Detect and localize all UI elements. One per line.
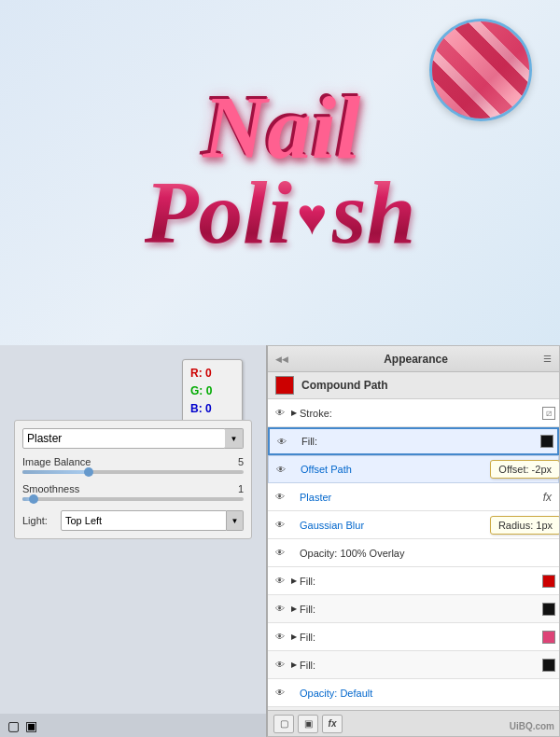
stroke-row[interactable]: 👁 ▶ Stroke: ⧄ xyxy=(268,399,559,427)
panel-header: ◀◀ Appearance ☰ xyxy=(268,346,559,372)
nail-polish-text: Nail Poli ♥ sh xyxy=(145,82,416,264)
fill3-eye-icon[interactable]: 👁 xyxy=(272,629,288,646)
panel-menu-icon[interactable]: ☰ xyxy=(543,354,552,364)
fx-button[interactable]: fx xyxy=(322,715,343,733)
appearance-panel: ◀◀ Appearance ☰ Compound Path 👁 ▶ Stroke… xyxy=(266,345,560,737)
fill1-label: Fill: xyxy=(300,576,539,587)
b-value: 0 xyxy=(205,402,212,415)
plaster-select[interactable]: Plaster xyxy=(22,428,226,449)
rgb-b-row: B: 0 xyxy=(190,400,234,418)
zoom-detail-circle xyxy=(429,19,532,121)
smoothness-thumb[interactable] xyxy=(29,494,38,504)
compound-red-square xyxy=(275,376,294,395)
image-balance-track[interactable] xyxy=(22,470,244,474)
light-label: Light: xyxy=(22,515,55,526)
fill4-row[interactable]: 👁 ▶ Fill: xyxy=(268,651,559,679)
opacity-overlay-label: Opacity: 100% Overlay xyxy=(300,548,555,559)
fill4-label: Fill: xyxy=(300,660,539,671)
fill4-arrow-icon[interactable]: ▶ xyxy=(288,657,300,674)
fill-top-row[interactable]: 👁 Fill: xyxy=(268,427,559,455)
light-select-wrap[interactable]: Top Left ▼ xyxy=(61,510,244,531)
fill2-arrow-icon[interactable]: ▶ xyxy=(288,601,300,618)
polish-text2: sh xyxy=(332,161,416,264)
zoom-inner xyxy=(432,21,529,118)
image-balance-row: Image Balance 5 xyxy=(22,456,244,474)
smoothness-row: Smoothness 1 xyxy=(22,483,244,501)
fx-badge: fx xyxy=(543,491,555,504)
fill1-swatch xyxy=(542,575,555,588)
plaster-dropdown-row[interactable]: Plaster ▼ xyxy=(22,428,244,449)
fill-top-swatch xyxy=(540,435,553,448)
stroke-label: Stroke: xyxy=(300,408,539,419)
duplicate-btn[interactable]: ▣ xyxy=(298,715,318,733)
fill4-eye-icon[interactable]: 👁 xyxy=(272,657,288,674)
light-dropdown-arrow[interactable]: ▼ xyxy=(227,510,244,531)
opacity-default-row[interactable]: 👁 Opacity: Default xyxy=(268,679,559,707)
fill4-swatch xyxy=(542,659,555,672)
fill3-row[interactable]: 👁 ▶ Fill: xyxy=(268,623,559,651)
fill3-label: Fill: xyxy=(300,632,539,643)
fill1-eye-icon[interactable]: 👁 xyxy=(272,573,288,590)
rgb-r-row: R: 0 xyxy=(190,365,234,382)
opacity-default-label: Opacity: Default xyxy=(300,688,555,699)
plaster-dropdown-arrow[interactable]: ▼ xyxy=(225,428,244,449)
fill2-row[interactable]: 👁 ▶ Fill: xyxy=(268,595,559,623)
stroke-eye-icon[interactable]: 👁 xyxy=(272,405,288,422)
fill2-eye-icon[interactable]: 👁 xyxy=(272,601,288,618)
watermark: UiBQ.com xyxy=(510,721,554,731)
heart-symbol: ♥ xyxy=(297,191,328,243)
light-row[interactable]: Light: Top Left ▼ xyxy=(22,510,244,531)
opacity-overlay-row[interactable]: 👁 Opacity: 100% Overlay xyxy=(268,539,559,567)
opacity-default-eye-icon[interactable]: 👁 xyxy=(272,685,288,702)
plaster-effect-label[interactable]: Plaster xyxy=(300,492,543,503)
fill-top-eye-icon[interactable]: 👁 xyxy=(273,433,290,450)
fill1-row[interactable]: 👁 ▶ Fill: xyxy=(268,567,559,595)
plaster-row[interactable]: 👁 Plaster fx xyxy=(268,483,559,511)
stroke-arrow-icon[interactable]: ▶ xyxy=(288,405,300,422)
smoothness-label: Smoothness xyxy=(22,483,79,494)
gaussian-eye-icon[interactable]: 👁 xyxy=(272,517,288,534)
image-balance-thumb[interactable] xyxy=(84,467,93,477)
offset-path-row[interactable]: 👁 Offset Path Offset: -2px xyxy=(268,455,559,483)
r-value: 0 xyxy=(205,367,212,380)
bottom-panel: R: 0 G: 0 B: 0 Plaster ▼ xyxy=(0,345,560,737)
stroke-swatch: ⧄ xyxy=(542,407,555,420)
fill1-arrow-icon[interactable]: ▶ xyxy=(288,573,300,590)
status-bar: ▢ ▣ xyxy=(0,714,266,737)
image-balance-value: 5 xyxy=(238,456,244,467)
polish-line: Poli ♥ sh xyxy=(145,161,416,264)
canvas-area: Nail Poli ♥ sh xyxy=(0,0,560,345)
rgb-g-row: G: 0 xyxy=(190,382,234,400)
image-balance-label: Image Balance xyxy=(22,456,91,467)
fill2-swatch xyxy=(542,603,555,616)
radius-tooltip: Radius: 1px xyxy=(490,516,560,535)
smoothness-value: 1 xyxy=(238,483,244,494)
opacity-eye-icon[interactable]: 👁 xyxy=(272,545,288,562)
panel-collapse-icon[interactable]: ◀◀ xyxy=(275,355,288,364)
left-panel: R: 0 G: 0 B: 0 Plaster ▼ xyxy=(0,345,266,737)
plaster-eye-icon[interactable]: 👁 xyxy=(272,489,288,506)
add-layer-btn[interactable]: ▢ xyxy=(273,715,294,733)
fill3-arrow-icon[interactable]: ▶ xyxy=(288,629,300,646)
fill-top-label: Fill: xyxy=(301,436,537,447)
g-label: G: xyxy=(190,384,203,397)
fill2-label: Fill: xyxy=(300,604,539,615)
fill3-swatch xyxy=(542,631,555,644)
r-label: R: xyxy=(190,367,203,380)
gaussian-row[interactable]: 👁 Gaussian Blur Radius: 1px xyxy=(268,511,559,539)
compound-path-row: Compound Path xyxy=(268,372,559,399)
panel-title: Appearance xyxy=(384,353,448,366)
image-balance-fill xyxy=(22,470,89,474)
status-square-icon[interactable]: ▢ xyxy=(7,718,20,733)
offset-eye-icon[interactable]: 👁 xyxy=(273,461,289,478)
light-select[interactable]: Top Left xyxy=(61,510,227,531)
compound-path-label: Compound Path xyxy=(301,379,388,392)
polish-text: Poli xyxy=(145,161,292,264)
rgb-display: R: 0 G: 0 B: 0 xyxy=(182,359,243,424)
controls-box: Plaster ▼ Image Balance 5 Smoothness xyxy=(14,420,252,539)
nail-text: Nail xyxy=(202,82,359,171)
b-label: B: xyxy=(190,402,203,415)
smoothness-track[interactable] xyxy=(22,497,244,501)
status-filled-icon[interactable]: ▣ xyxy=(25,718,37,733)
g-value: 0 xyxy=(206,384,213,397)
